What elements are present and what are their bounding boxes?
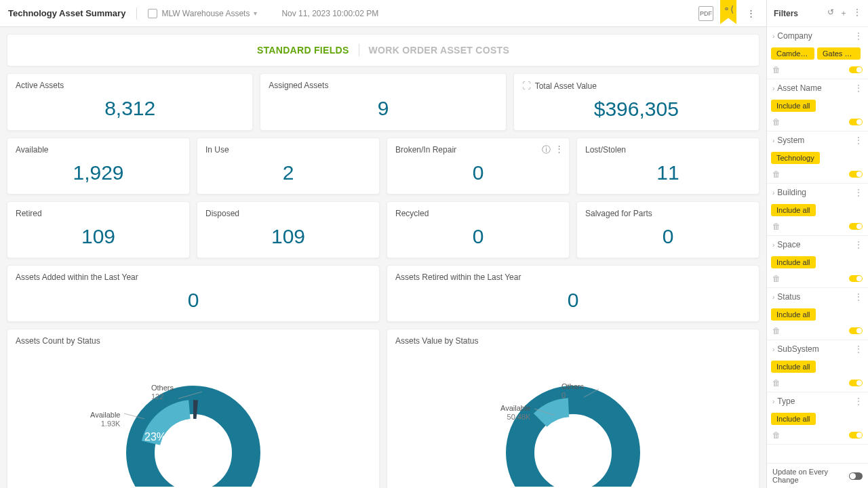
filter-section-more-icon[interactable]: ⋮ bbox=[854, 188, 863, 197]
bookmark-ribbon[interactable]: ⚬⟨ bbox=[720, 0, 736, 24]
divider bbox=[136, 7, 137, 20]
kpi-total-asset-value[interactable]: ⛶ Total Asset Value $396,305 bbox=[513, 73, 760, 131]
more-menu-button[interactable]: ⋮ bbox=[743, 6, 758, 21]
donut-chart bbox=[119, 351, 268, 487]
chevron-right-icon: › bbox=[772, 189, 774, 197]
filter-toggle[interactable] bbox=[849, 432, 863, 439]
filter-section-header[interactable]: ›Company⋮ bbox=[767, 27, 868, 45]
filters-more-icon[interactable]: ⋮ bbox=[853, 7, 861, 19]
filter-toggle[interactable] bbox=[849, 171, 863, 178]
filter-section-more-icon[interactable]: ⋮ bbox=[854, 240, 863, 249]
kpi-label: Retired bbox=[16, 209, 181, 218]
filter-chip[interactable]: Include all bbox=[771, 204, 816, 216]
pdf-export-button[interactable]: PDF bbox=[698, 6, 713, 21]
chart-assets-count-by-status[interactable]: Assets Count by Status Others 122 bbox=[7, 329, 380, 488]
chart-row: Assets Count by Status Others 122 bbox=[7, 329, 760, 488]
add-filter-icon[interactable]: ＋ bbox=[840, 7, 848, 19]
chevron-right-icon: › bbox=[772, 241, 774, 249]
filter-section-more-icon[interactable]: ⋮ bbox=[854, 396, 863, 406]
filter-section-more-icon[interactable]: ⋮ bbox=[854, 31, 863, 41]
kpi-broken-in-repair[interactable]: Broken/In Repair ⓘ ⋮ 0 bbox=[387, 138, 570, 195]
filter-chip[interactable]: Include all bbox=[771, 308, 816, 321]
filter-section-name: Building bbox=[777, 188, 806, 197]
kpi-label: Assets Added within the Last Year bbox=[16, 272, 371, 282]
filter-section: ›Space⋮Include all🗑 bbox=[767, 236, 868, 288]
kpi-assigned-assets[interactable]: Assigned Assets 9 bbox=[260, 73, 506, 131]
clear-filter-icon[interactable]: 🗑 bbox=[772, 430, 781, 440]
filter-section-header[interactable]: ›Status⋮ bbox=[767, 288, 868, 306]
chevron-right-icon: › bbox=[772, 137, 774, 144]
update-on-change-toggle[interactable] bbox=[849, 472, 863, 480]
kpi-salvaged[interactable]: Salvaged for Parts 0 bbox=[576, 201, 760, 258]
filter-toggle[interactable] bbox=[849, 275, 863, 282]
filter-section-header[interactable]: ›SubSystem⋮ bbox=[767, 340, 868, 358]
filter-chips: Include all bbox=[767, 306, 868, 323]
filter-section-name: Status bbox=[777, 292, 800, 302]
card-more-icon[interactable]: ⋮ bbox=[555, 144, 564, 156]
kpi-added-last-year[interactable]: Assets Added within the Last Year 0 bbox=[7, 265, 380, 322]
kpi-row-mid: Available 1,929 In Use 2 Broken/In Repai… bbox=[7, 138, 760, 195]
chart-assets-value-by-status[interactable]: Assets Value by Status Others 0 bbox=[387, 329, 760, 488]
kpi-recycled[interactable]: Recycled 0 bbox=[387, 201, 570, 258]
filter-chips: Technology bbox=[767, 149, 868, 167]
kpi-disposed[interactable]: Disposed 109 bbox=[197, 201, 380, 258]
kpi-lost-stolen[interactable]: Lost/Stolen 11 bbox=[576, 138, 760, 195]
filter-section-more-icon[interactable]: ⋮ bbox=[854, 83, 863, 93]
reset-filters-icon[interactable]: ↺ bbox=[827, 7, 834, 19]
context-label: MLW Warehouse Assets bbox=[161, 9, 250, 18]
filter-section-name: Company bbox=[777, 31, 812, 41]
clear-filter-icon[interactable]: 🗑 bbox=[772, 222, 781, 231]
chart-label-others: Others bbox=[561, 382, 584, 391]
filter-section-header[interactable]: ›Asset Name⋮ bbox=[767, 79, 868, 97]
filters-panel: Filters ↺ ＋ ⋮ ›Company⋮Camden ...Gates C… bbox=[766, 0, 868, 488]
filter-toggle[interactable] bbox=[849, 327, 863, 334]
filter-section-more-icon[interactable]: ⋮ bbox=[854, 136, 863, 145]
filters-title: Filters bbox=[774, 9, 798, 18]
clear-filter-icon[interactable]: 🗑 bbox=[772, 169, 781, 179]
filter-chip[interactable]: Gates Chi... bbox=[817, 47, 861, 60]
clear-filter-icon[interactable]: 🗑 bbox=[772, 65, 781, 75]
filter-section-header[interactable]: ›Type⋮ bbox=[767, 392, 868, 410]
clear-filter-icon[interactable]: 🗑 bbox=[772, 326, 781, 336]
kpi-label: Disposed bbox=[205, 209, 371, 218]
kpi-label: In Use bbox=[205, 145, 371, 155]
filter-section-name: Type bbox=[777, 396, 795, 406]
filter-section-header[interactable]: ›Building⋮ bbox=[767, 184, 868, 201]
kpi-available[interactable]: Available 1,929 bbox=[7, 138, 190, 195]
clear-filter-icon[interactable]: 🗑 bbox=[772, 274, 781, 283]
tab-standard-fields[interactable]: STANDARD FIELDS bbox=[257, 45, 349, 56]
filter-section: ›Company⋮Camden ...Gates Chi...🗑 bbox=[767, 27, 868, 79]
filter-chip[interactable]: Include all bbox=[771, 361, 816, 373]
chart-value-available: 50.48K bbox=[500, 413, 530, 422]
kpi-label: Available bbox=[16, 145, 181, 155]
filter-toggle[interactable] bbox=[849, 223, 863, 230]
page-title: Technology Asset Summary bbox=[8, 8, 125, 18]
info-icon[interactable]: ⓘ bbox=[542, 144, 551, 156]
filter-chip[interactable]: Include all bbox=[771, 100, 816, 112]
clear-filter-icon[interactable]: 🗑 bbox=[772, 117, 781, 127]
filter-section-more-icon[interactable]: ⋮ bbox=[854, 344, 863, 354]
filters-body[interactable]: ›Company⋮Camden ...Gates Chi...🗑›Asset N… bbox=[767, 27, 868, 463]
filter-chip[interactable]: Include all bbox=[771, 413, 816, 425]
kpi-active-assets[interactable]: Active Assets 8,312 bbox=[7, 73, 253, 131]
filter-section-header[interactable]: ›Space⋮ bbox=[767, 236, 868, 253]
filter-chip[interactable]: Include all bbox=[771, 256, 816, 268]
tab-work-order-asset-costs[interactable]: WORK ORDER ASSET COSTS bbox=[369, 45, 510, 56]
filter-section-name: Asset Name bbox=[777, 83, 821, 93]
filter-section-more-icon[interactable]: ⋮ bbox=[854, 292, 863, 302]
filter-chip[interactable]: Camden ... bbox=[771, 47, 814, 60]
dashboard-content: STANDARD FIELDS WORK ORDER ASSET COSTS A… bbox=[0, 27, 766, 488]
kpi-retired[interactable]: Retired 109 bbox=[7, 201, 190, 258]
filter-section-header[interactable]: ›System⋮ bbox=[767, 131, 868, 149]
filter-toggle[interactable] bbox=[849, 380, 863, 386]
filter-toggle[interactable] bbox=[849, 66, 863, 73]
filter-section: ›System⋮Technology🗑 bbox=[767, 131, 868, 184]
kpi-in-use[interactable]: In Use 2 bbox=[197, 138, 380, 195]
filter-section: ›Building⋮Include all🗑 bbox=[767, 184, 868, 236]
expand-icon: ⛶ bbox=[522, 81, 531, 91]
filter-toggle[interactable] bbox=[849, 119, 863, 125]
context-selector[interactable]: MLW Warehouse Assets ▾ bbox=[148, 9, 257, 18]
clear-filter-icon[interactable]: 🗑 bbox=[772, 378, 781, 388]
kpi-retired-last-year[interactable]: Assets Retired within the Last Year 0 bbox=[387, 265, 760, 322]
filter-chip[interactable]: Technology bbox=[771, 152, 820, 164]
